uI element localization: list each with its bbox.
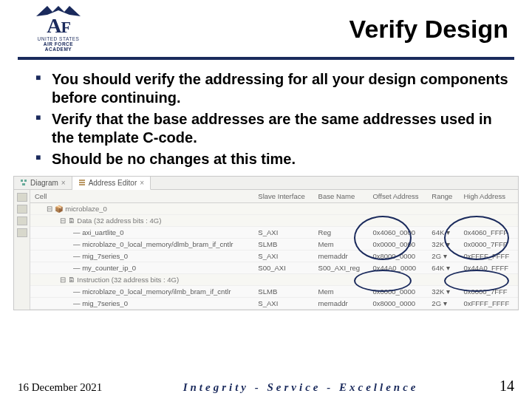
footer-date: 16 December 2021 xyxy=(18,381,102,394)
table-row[interactable]: — microblaze_0_local_memory/dlmb_bram_if… xyxy=(30,238,518,250)
address-editor-screenshot: Diagram × Address Editor × Cell Slave In… xyxy=(13,176,519,310)
col-range[interactable]: Range xyxy=(427,190,459,203)
bullet-list: You should verify the addressing for all… xyxy=(35,70,508,168)
toolbar-icon[interactable] xyxy=(17,193,27,202)
tab-address-editor[interactable]: Address Editor × xyxy=(72,177,151,190)
svg-rect-1 xyxy=(24,180,27,182)
toolbar-icon[interactable] xyxy=(17,205,27,214)
table-row[interactable]: ⊟ 🗎 Data (32 address bits : 4G) xyxy=(30,214,518,226)
close-icon[interactable]: × xyxy=(140,179,144,187)
tab-strip: Diagram × Address Editor × xyxy=(14,177,518,190)
tab-diagram[interactable]: Diagram × xyxy=(14,177,72,189)
table-row[interactable]: — my_counter_ip_0S00_AXIS00_AXI_reg0x44A… xyxy=(30,262,518,273)
table-row[interactable]: ⊟ 🗎 Instruction (32 address bits : 4G) xyxy=(30,273,518,285)
table-row[interactable]: — microblaze_0_local_memory/ilmb_bram_if… xyxy=(30,285,518,297)
footer-page-number: 14 xyxy=(499,378,514,395)
bullet-item: You should verify the addressing for all… xyxy=(35,70,508,107)
tab-label: Diagram xyxy=(30,179,58,187)
table-row[interactable]: — axi_uartlite_0S_AXIReg0x4060_000064K ▾… xyxy=(30,226,518,238)
slide-body: You should verify the addressing for all… xyxy=(0,70,532,168)
diagram-icon xyxy=(20,179,27,186)
af-academy-logo: AF UNITED STATES AIR FORCE ACADEMY xyxy=(18,6,99,52)
col-high[interactable]: High Address xyxy=(459,190,518,203)
table-row[interactable]: ⊟ 📦 microblaze_0 xyxy=(30,202,518,214)
footer-motto: Integrity - Service - Excellence xyxy=(102,381,499,394)
slide-title: Verify Design xyxy=(99,15,508,44)
table-row[interactable]: — mig_7series_0S_AXImemaddr0x8000_00002G… xyxy=(30,250,518,262)
header-rule xyxy=(18,57,514,60)
toolbar-icon[interactable] xyxy=(17,216,27,225)
svg-rect-0 xyxy=(21,180,23,182)
col-cell[interactable]: Cell xyxy=(30,190,253,203)
svg-rect-2 xyxy=(22,183,25,185)
address-grid: Cell Slave Interface Base Name Offset Ad… xyxy=(30,190,518,310)
svg-rect-5 xyxy=(79,184,85,185)
bullet-item: Verify that the base addresses are the s… xyxy=(35,110,508,147)
logo-subtext: UNITED STATES AIR FORCE ACADEMY xyxy=(38,36,80,52)
slide-footer: 16 December 2021 Integrity - Service - E… xyxy=(0,378,532,395)
editor-sidebar xyxy=(14,190,30,310)
af-monogram: AF xyxy=(47,16,70,35)
tab-label: Address Editor xyxy=(89,179,137,187)
address-editor-icon xyxy=(78,179,86,186)
slide-header: AF UNITED STATES AIR FORCE ACADEMY Verif… xyxy=(0,0,532,52)
col-offset[interactable]: Offset Address xyxy=(368,190,427,203)
col-base[interactable]: Base Name xyxy=(314,190,369,203)
toolbar-icon[interactable] xyxy=(17,228,27,237)
svg-rect-4 xyxy=(79,182,85,183)
table-row[interactable]: — mig_7series_0S_AXImemaddr0x8000_00002G… xyxy=(30,297,518,309)
svg-rect-3 xyxy=(79,180,85,181)
col-iface[interactable]: Slave Interface xyxy=(253,190,313,203)
close-icon[interactable]: × xyxy=(61,179,66,187)
bullet-item: Should be no changes at this time. xyxy=(35,150,508,168)
